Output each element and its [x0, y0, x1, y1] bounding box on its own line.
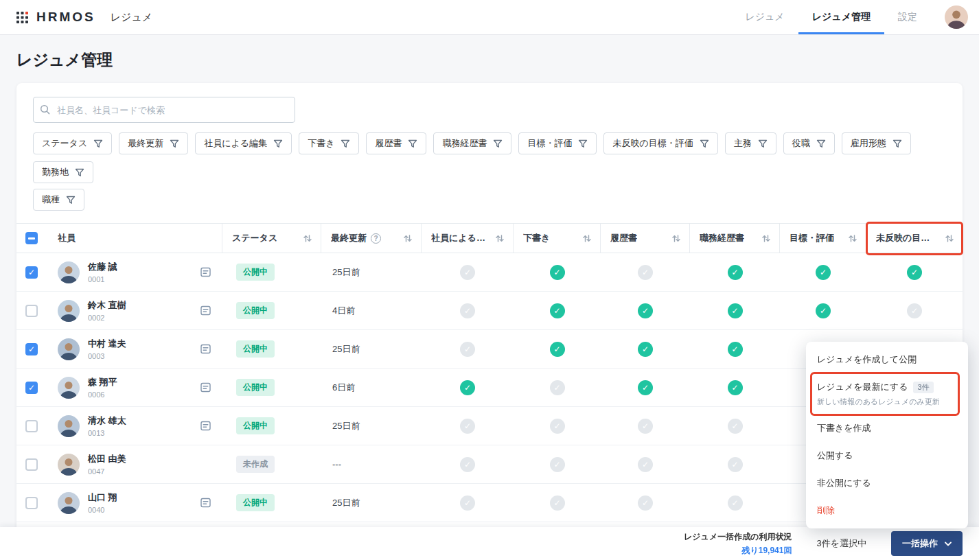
column-header-label: 未反映の目…	[876, 232, 930, 244]
sort-icon[interactable]	[671, 234, 681, 243]
menu-item-label: レジュメを作成して公開	[817, 353, 917, 366]
employee-cell: 清水 雄太 0013	[52, 407, 222, 445]
check-circle-green: ✓	[728, 380, 743, 395]
row-checkbox[interactable]	[25, 305, 38, 317]
nav-tabs: レジュメ レジュメ管理 設定	[731, 0, 931, 34]
filter-chip[interactable]: 履歴書	[366, 132, 426, 154]
row-checkbox[interactable]	[25, 343, 38, 355]
check-circle-gray: ✓	[460, 457, 475, 472]
column-header[interactable]: 未反映の目…	[866, 224, 963, 253]
bulk-action-button[interactable]: 一括操作	[891, 531, 963, 556]
check-circle-gray: ✓	[550, 457, 565, 472]
employee-code: 0040	[88, 506, 117, 514]
sort-icon[interactable]	[582, 234, 592, 243]
check-circle-green: ✓	[460, 380, 475, 395]
select-all-checkbox[interactable]	[25, 232, 38, 244]
bulk-menu-item[interactable]: レジュメを最新にする 3件 新しい情報のあるレジュメのみ更新	[806, 373, 968, 415]
employee-cell: 森 翔平 0006	[52, 369, 222, 406]
nav-tab-settings[interactable]: 設定	[884, 0, 931, 34]
filter-chip[interactable]: 勤務地	[33, 161, 93, 183]
filter-chip[interactable]: 雇用形態	[842, 132, 911, 154]
menu-item-label: 下書きを作成	[817, 422, 871, 434]
filter-icon	[273, 139, 283, 148]
check-circle-gray: ✓	[550, 495, 565, 511]
note-icon[interactable]	[200, 305, 211, 316]
search-area	[16, 83, 963, 123]
row-checkbox[interactable]	[25, 497, 38, 509]
sort-icon[interactable]	[945, 234, 954, 243]
check-circle-gray: ✓	[728, 457, 743, 472]
app-switcher-icon[interactable]	[16, 12, 28, 23]
bulk-menu-item[interactable]: 公開する	[806, 442, 968, 469]
column-header[interactable]: 下書き	[514, 224, 601, 253]
column-header-label: ステータス	[232, 232, 277, 244]
sort-icon[interactable]	[495, 234, 505, 243]
filter-chip[interactable]: 職務経歴書	[433, 132, 511, 154]
table-row: 鈴木 直樹 0002 公開中 4日前 ✓✓✓✓✓✓	[16, 292, 963, 330]
check-circle-gray: ✓	[550, 380, 565, 395]
usage-remaining-link[interactable]: 残り19,941回	[684, 545, 792, 557]
bulk-menu-item[interactable]: 削除	[806, 497, 968, 524]
top-navbar: HRMOS レジュメ レジュメ レジュメ管理 設定	[0, 0, 979, 34]
column-header-label: 社員による…	[431, 232, 485, 244]
note-icon[interactable]	[200, 420, 211, 432]
employee-code: 0003	[88, 352, 126, 360]
filter-chip[interactable]: ステータス	[33, 132, 112, 154]
filter-icon	[892, 139, 902, 148]
sort-icon[interactable]	[403, 234, 413, 243]
filter-row: ステータス 最終更新 社員による編集 下書き 履歴書 職務経歴書 目標・評価 未…	[33, 132, 946, 183]
nav-tab-resume[interactable]: レジュメ	[731, 0, 798, 34]
sort-icon[interactable]	[848, 234, 857, 243]
employee-name: 森 翔平	[88, 376, 117, 388]
last-updated-value: 25日前	[321, 253, 422, 291]
search-input[interactable]	[33, 97, 295, 123]
filter-chip[interactable]: 目標・評価	[518, 132, 597, 154]
check-circle-green: ✓	[638, 342, 653, 357]
sort-icon[interactable]	[761, 234, 771, 243]
column-header[interactable]: 社員による…	[422, 224, 514, 253]
row-checkbox[interactable]	[25, 458, 38, 471]
filter-chip-label: 職種	[42, 194, 60, 206]
check-circle-green: ✓	[816, 303, 831, 318]
row-checkbox[interactable]	[25, 420, 38, 432]
bulk-menu-item[interactable]: 下書きを作成	[806, 415, 968, 442]
note-icon[interactable]	[200, 497, 211, 509]
bulk-menu-item[interactable]: レジュメを作成して公開	[806, 346, 968, 373]
filter-icon	[66, 196, 76, 205]
filter-chip[interactable]: 未反映の目標・評価	[603, 132, 717, 154]
column-header[interactable]: 最終更新 ?	[321, 224, 422, 253]
column-header[interactable]: 職務経歴書	[690, 224, 780, 253]
filter-chip[interactable]: 社員による編集	[195, 132, 292, 154]
note-icon[interactable]	[200, 382, 211, 393]
help-icon[interactable]: ?	[371, 233, 381, 244]
column-header[interactable]: ステータス	[222, 224, 321, 253]
filter-chip[interactable]: 最終更新	[119, 132, 188, 154]
column-header[interactable]: 社員	[52, 224, 222, 253]
employee-code: 0001	[88, 275, 117, 283]
hrmos-logo[interactable]: HRMOS	[36, 10, 95, 25]
check-circle-green: ✓	[550, 303, 565, 318]
column-header[interactable]: 目標・評価	[780, 224, 866, 253]
menu-item-label: レジュメを最新にする	[817, 381, 908, 393]
filter-chip[interactable]: 職種	[33, 189, 84, 211]
user-avatar[interactable]	[945, 5, 968, 29]
last-updated-value: 6日前	[321, 369, 422, 406]
note-icon[interactable]	[200, 343, 211, 355]
search-box	[33, 97, 295, 123]
bulk-menu-item[interactable]: 非公開にする	[806, 469, 968, 497]
column-header-label: 目標・評価	[790, 232, 834, 244]
status-badge: 未作成	[236, 456, 275, 473]
menu-item-label: 公開する	[817, 450, 853, 462]
check-circle-green: ✓	[550, 265, 565, 280]
column-header[interactable]: 履歴書	[601, 224, 690, 253]
filter-chip[interactable]: 主務	[725, 132, 776, 154]
last-updated-value: 25日前	[321, 484, 422, 522]
row-checkbox[interactable]	[25, 266, 38, 279]
filter-chip[interactable]: 役職	[783, 132, 835, 154]
row-checkbox[interactable]	[25, 382, 38, 394]
note-icon[interactable]	[200, 266, 211, 278]
filter-chip[interactable]: 下書き	[299, 132, 359, 154]
nav-tab-resume-management[interactable]: レジュメ管理	[798, 0, 884, 34]
last-updated-value: 25日前	[321, 407, 422, 445]
sort-icon[interactable]	[303, 234, 312, 243]
